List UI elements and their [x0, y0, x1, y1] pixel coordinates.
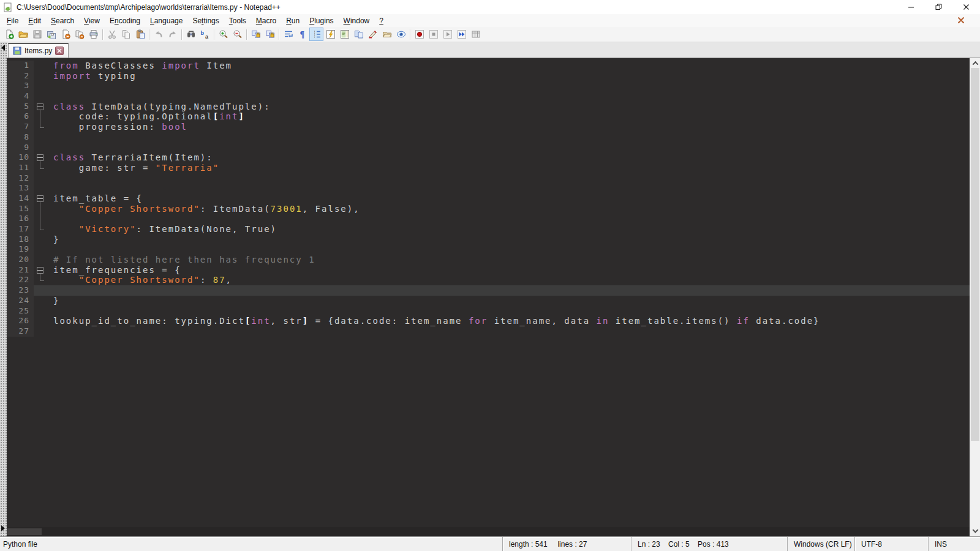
- code-line-27[interactable]: 27: [7, 326, 970, 337]
- find-button[interactable]: [184, 28, 198, 41]
- zoom-in-button[interactable]: [216, 28, 230, 41]
- zoom-out-button[interactable]: [230, 28, 244, 41]
- close-all-button[interactable]: [72, 28, 86, 41]
- code-line-16[interactable]: 16: [7, 214, 970, 224]
- code-line-17[interactable]: 17 "Victory": ItemData(None, True): [7, 224, 970, 234]
- menu-item-search[interactable]: Search: [46, 15, 79, 26]
- macro-record-button[interactable]: [412, 28, 426, 41]
- code-line-11[interactable]: 11 game: str = "Terraria": [7, 163, 970, 173]
- doc-switcher-button[interactable]: [352, 28, 366, 41]
- code-line-24[interactable]: 24}: [7, 296, 970, 306]
- function-list-button[interactable]: [323, 28, 337, 41]
- code-line-19[interactable]: 19: [7, 244, 970, 255]
- show-all-characters-button[interactable]: ¶: [295, 28, 309, 41]
- horizontal-scrollbar[interactable]: [7, 527, 970, 536]
- replace-button[interactable]: ba: [198, 28, 212, 41]
- close-file-button[interactable]: [58, 28, 72, 41]
- code-line-5[interactable]: 5class ItemData(typing.NamedTuple):: [7, 102, 970, 112]
- sync-horizontal-scroll-button[interactable]: [263, 28, 277, 41]
- status-typing-mode[interactable]: INS: [928, 537, 980, 551]
- monitoring-button[interactable]: [394, 28, 408, 41]
- save-all-button[interactable]: [44, 28, 58, 41]
- menu-item-file[interactable]: File: [2, 15, 23, 26]
- horizontal-scrollbar-thumb[interactable]: [7, 528, 42, 535]
- folder-workspace-button[interactable]: [380, 28, 394, 41]
- menu-item-window[interactable]: Window: [339, 15, 375, 26]
- code-line-7[interactable]: 7 progression: bool: [7, 122, 970, 132]
- status-encoding[interactable]: UTF-8: [854, 537, 928, 551]
- fold-collapse-icon[interactable]: [34, 152, 50, 163]
- tab-label: Items.py: [24, 47, 52, 55]
- code-line-14[interactable]: 14item_table = {: [7, 193, 970, 204]
- code-line-12[interactable]: 12: [7, 173, 970, 184]
- menu-item-encoding[interactable]: Encoding: [105, 15, 145, 26]
- close-button[interactable]: [952, 0, 980, 14]
- code-editor[interactable]: 1from BaseClasses import Item2import typ…: [7, 58, 970, 527]
- folder-workspace-icon: [382, 29, 392, 39]
- fold-collapse-icon[interactable]: [34, 265, 50, 276]
- tab-close-button[interactable]: [55, 47, 64, 55]
- code-line-2[interactable]: 2import typing: [7, 71, 970, 81]
- line-number: 6: [7, 111, 34, 122]
- macro-save-icon: [471, 29, 481, 39]
- new-file-button[interactable]: [2, 28, 16, 41]
- dock-arrow-right-icon[interactable]: [1, 525, 5, 531]
- code-line-15[interactable]: 15 "Copper Shortsword": ItemData(73001, …: [7, 204, 970, 214]
- document-map-button[interactable]: [337, 28, 352, 41]
- code-line-22[interactable]: 22 "Copper Shortsword": 87,: [7, 275, 970, 285]
- code-line-26[interactable]: 26lookup_id_to_name: typing.Dict[int, st…: [7, 316, 970, 326]
- paste-button[interactable]: [133, 28, 147, 41]
- code-line-8[interactable]: 8: [7, 132, 970, 143]
- code-line-3[interactable]: 3: [7, 81, 970, 91]
- restore-button[interactable]: [925, 0, 952, 14]
- menu-item-help[interactable]: ?: [374, 15, 388, 26]
- restore-icon: [935, 4, 942, 10]
- vertical-scrollbar[interactable]: [970, 58, 980, 536]
- fold-collapse-icon[interactable]: [34, 193, 50, 204]
- dock-arrow-left-icon[interactable]: [1, 45, 5, 51]
- code-line-13[interactable]: 13: [7, 183, 970, 193]
- code-line-23[interactable]: 23: [7, 285, 970, 296]
- workspace: Items.py 1from BaseClasses import Item2i…: [0, 42, 980, 536]
- code-line-21[interactable]: 21item_frequencies = {: [7, 265, 970, 276]
- code-line-1[interactable]: 1from BaseClasses import Item: [7, 61, 970, 71]
- menu-item-edit[interactable]: Edit: [23, 15, 46, 26]
- menu-item-view[interactable]: View: [79, 15, 105, 26]
- menu-item-macro[interactable]: Macro: [251, 15, 281, 26]
- print-button[interactable]: [86, 28, 100, 41]
- code-line-4[interactable]: 4: [7, 91, 970, 102]
- word-wrap-button[interactable]: [281, 28, 295, 41]
- fold-collapse-icon[interactable]: [34, 102, 50, 112]
- code-text: [50, 285, 970, 296]
- menu-item-language[interactable]: Language: [145, 15, 187, 26]
- indent-guide-button[interactable]: [309, 28, 323, 41]
- code-line-18[interactable]: 18}: [7, 234, 970, 245]
- menu-item-plugins[interactable]: Plugins: [304, 15, 338, 26]
- scroll-up-button[interactable]: [970, 58, 980, 68]
- status-eol-format[interactable]: Windows (CR LF): [787, 537, 854, 551]
- open-file-button[interactable]: [16, 28, 30, 41]
- svg-text:a: a: [205, 34, 209, 39]
- code-line-9[interactable]: 9: [7, 143, 970, 153]
- line-number: 7: [7, 122, 34, 132]
- menu-item-tools[interactable]: Tools: [224, 15, 251, 26]
- menu-item-settings[interactable]: Settings: [187, 15, 224, 26]
- menu-bar: FileEditSearchViewEncodingLanguageSettin…: [0, 14, 980, 27]
- code-line-20[interactable]: 20# If not listed here then has frequenc…: [7, 255, 970, 265]
- document-close-icon[interactable]: [957, 16, 965, 24]
- tab-items-py[interactable]: Items.py: [8, 43, 69, 58]
- fold-margin: [34, 255, 50, 265]
- fold-margin: [34, 204, 50, 214]
- code-line-6[interactable]: 6 code: typing.Optional[int]: [7, 111, 970, 122]
- code-line-10[interactable]: 10class TerrariaItem(Item):: [7, 152, 970, 163]
- status-caret-position: Ln : 23 Col : 5 Pos : 413: [631, 537, 787, 551]
- style-marker-button[interactable]: [366, 28, 380, 41]
- minimize-button[interactable]: [897, 0, 925, 14]
- macro-play-icon: [443, 29, 453, 39]
- menu-item-run[interactable]: Run: [281, 15, 304, 26]
- macro-run-multiple-button[interactable]: [454, 28, 469, 41]
- code-line-25[interactable]: 25: [7, 306, 970, 317]
- sync-vertical-scroll-button[interactable]: [249, 28, 263, 41]
- vertical-scrollbar-thumb[interactable]: [971, 68, 979, 441]
- scroll-down-button[interactable]: [970, 527, 980, 536]
